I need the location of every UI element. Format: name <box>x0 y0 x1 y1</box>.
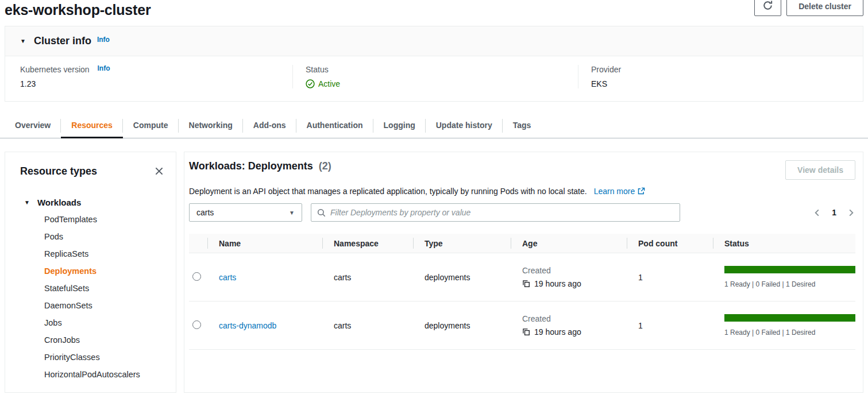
view-details-button[interactable]: View details <box>785 160 855 180</box>
namespace-cell: carts <box>322 321 413 330</box>
pagination: 1 <box>813 208 855 217</box>
provider-value: EKS <box>591 79 863 88</box>
age-created-label: Created <box>522 314 627 323</box>
deployments-count: (2) <box>319 160 331 172</box>
copy-icon[interactable] <box>522 280 530 288</box>
tab-add-ons[interactable]: Add-ons <box>243 114 296 138</box>
sidebar-item-cronjobs[interactable]: CronJobs <box>20 331 165 349</box>
name-cell: carts <box>207 273 322 282</box>
status-cell: 1 Ready | 0 Failed | 1 Desired <box>713 266 855 288</box>
filter-row: carts ▼ 1 <box>189 203 855 222</box>
table-row: carts carts deployments Created 19 hours… <box>189 253 855 302</box>
external-link-icon <box>637 187 645 195</box>
copy-icon[interactable] <box>522 328 530 336</box>
status-caption: 1 Ready | 0 Failed | 1 Desired <box>724 280 855 288</box>
learn-more-link[interactable]: Learn more <box>594 187 646 196</box>
deployment-link[interactable]: carts-dynamodb <box>219 321 276 330</box>
column-header-type: Type <box>413 234 511 253</box>
status-caption: 1 Ready | 0 Failed | 1 Desired <box>724 328 855 337</box>
chevron-right-icon <box>847 208 855 217</box>
cluster-info-title: Cluster info <box>34 35 91 47</box>
provider-label: Provider <box>591 65 863 74</box>
row-radio-button[interactable] <box>192 320 201 329</box>
resource-types-panel: Resource types ▼ Workloads PodTemplates … <box>5 152 176 393</box>
type-cell: deployments <box>413 321 511 330</box>
tab-resources[interactable]: Resources <box>61 114 123 138</box>
learn-more-text: Learn more <box>594 187 635 196</box>
column-header-status: Status <box>713 234 855 253</box>
pod-count-cell: 1 <box>627 273 713 282</box>
kubernetes-version-info-link[interactable]: Info <box>98 64 110 72</box>
search-input[interactable] <box>330 208 674 217</box>
cluster-tabs: Overview Resources Compute Networking Ad… <box>0 114 868 138</box>
deployments-title: Workloads: Deployments <box>189 160 313 172</box>
sidebar-item-priorityclasses[interactable]: PriorityClasses <box>20 349 165 366</box>
age-cell: Created 19 hours ago <box>511 314 627 337</box>
table-header-row: Name Namespace Type Age Pod count Status <box>189 234 855 253</box>
resource-types-tree: ▼ Workloads PodTemplates Pods ReplicaSet… <box>20 194 165 383</box>
sidebar-item-deployments[interactable]: Deployments <box>20 262 165 280</box>
resource-types-title: Resource types <box>20 165 97 177</box>
collapse-triangle-icon[interactable]: ▼ <box>20 38 26 44</box>
tab-compute[interactable]: Compute <box>123 114 179 138</box>
row-radio-button[interactable] <box>192 272 201 281</box>
search-box <box>311 203 680 222</box>
sidebar-item-jobs[interactable]: Jobs <box>20 314 165 331</box>
header-actions: Delete cluster <box>754 0 863 16</box>
column-header-pod-count: Pod count <box>627 234 713 253</box>
sidebar-item-pods[interactable]: Pods <box>20 228 165 245</box>
refresh-button[interactable] <box>754 0 781 16</box>
sidebar-item-daemonsets[interactable]: DaemonSets <box>20 297 165 314</box>
workloads-group-label: Workloads <box>37 198 81 207</box>
status-bar <box>724 266 855 273</box>
tab-logging[interactable]: Logging <box>373 114 426 138</box>
age-time: 19 hours ago <box>522 279 627 288</box>
tab-tags[interactable]: Tags <box>503 114 542 138</box>
selection-column-header <box>189 234 207 253</box>
kubernetes-version-value: 1.23 <box>20 79 292 88</box>
age-value: 19 hours ago <box>534 279 581 288</box>
cluster-info-info-link[interactable]: Info <box>97 36 110 44</box>
deployments-description: Deployment is an API object that manages… <box>189 187 855 196</box>
tree-group-workloads[interactable]: ▼ Workloads <box>20 194 165 211</box>
refresh-icon <box>762 0 773 13</box>
tab-authentication[interactable]: Authentication <box>296 114 373 138</box>
status-value: Active <box>306 79 578 88</box>
age-cell: Created 19 hours ago <box>511 266 627 288</box>
status-cell: 1 Ready | 0 Failed | 1 Desired <box>713 314 855 337</box>
kubernetes-version-label: Kubernetes version Info <box>20 65 292 74</box>
column-header-age: Age <box>511 234 627 253</box>
sidebar-item-horizontalpodautoscalers[interactable]: HorizontalPodAutoscalers <box>20 366 165 383</box>
kubernetes-version-field: Kubernetes version Info 1.23 <box>5 65 292 88</box>
filter-dropdown[interactable]: carts ▼ <box>189 203 302 222</box>
namespace-cell: carts <box>322 273 413 282</box>
table-row: carts-dynamodb carts deployments Created… <box>189 302 855 350</box>
cluster-info-header[interactable]: ▼ Cluster info Info <box>5 26 863 56</box>
search-icon <box>317 208 326 217</box>
page-number[interactable]: 1 <box>830 208 839 217</box>
tab-update-history[interactable]: Update history <box>426 114 503 138</box>
tab-overview[interactable]: Overview <box>5 114 61 138</box>
close-icon <box>154 166 164 176</box>
pod-count-cell: 1 <box>627 321 713 330</box>
kubernetes-version-label-text: Kubernetes version <box>20 65 90 74</box>
deployments-table: Name Namespace Type Age Pod count Status… <box>189 234 855 350</box>
deployment-link[interactable]: carts <box>219 273 236 282</box>
previous-page-button[interactable] <box>813 208 821 217</box>
status-label: Status <box>306 65 578 74</box>
age-time: 19 hours ago <box>522 327 627 337</box>
delete-cluster-button[interactable]: Delete cluster <box>786 0 863 16</box>
provider-field: Provider EKS <box>578 65 863 88</box>
row-select-cell <box>189 320 207 331</box>
sidebar-item-statefulsets[interactable]: StatefulSets <box>20 280 165 297</box>
age-value: 19 hours ago <box>534 327 581 337</box>
close-panel-button[interactable] <box>153 165 165 177</box>
workloads-collapse-triangle-icon: ▼ <box>24 199 30 206</box>
tab-networking[interactable]: Networking <box>179 114 243 138</box>
sidebar-item-replicasets[interactable]: ReplicaSets <box>20 245 165 262</box>
sidebar-item-podtemplates[interactable]: PodTemplates <box>20 211 165 228</box>
deployments-panel: Workloads: Deployments (2) View details … <box>184 152 863 393</box>
age-created-label: Created <box>522 266 627 275</box>
next-page-button[interactable] <box>847 208 855 217</box>
resources-content: Resource types ▼ Workloads PodTemplates … <box>5 152 863 393</box>
